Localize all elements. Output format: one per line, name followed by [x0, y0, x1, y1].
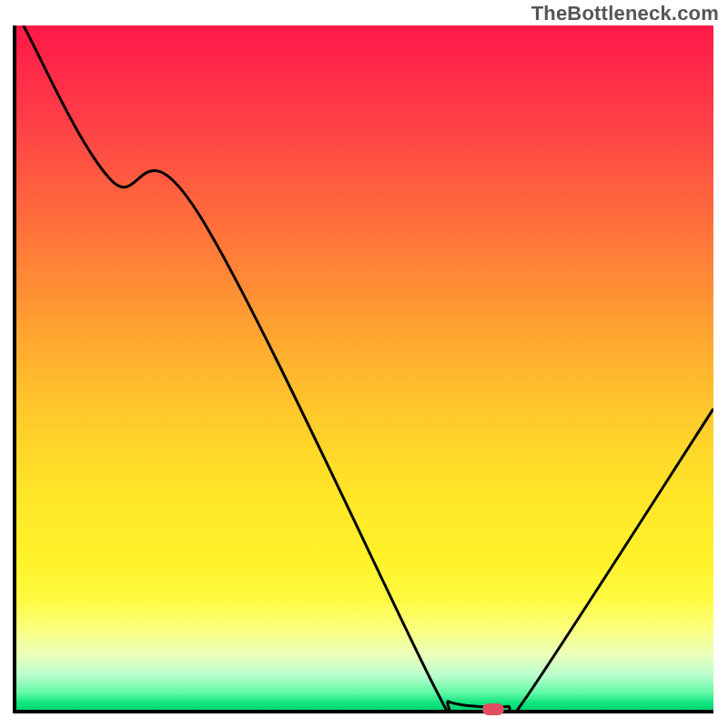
- chart-area: [13, 25, 713, 713]
- watermark-text: TheBottleneck.com: [531, 2, 719, 25]
- chart-curve: [16, 25, 713, 710]
- optimal-marker: [482, 703, 504, 715]
